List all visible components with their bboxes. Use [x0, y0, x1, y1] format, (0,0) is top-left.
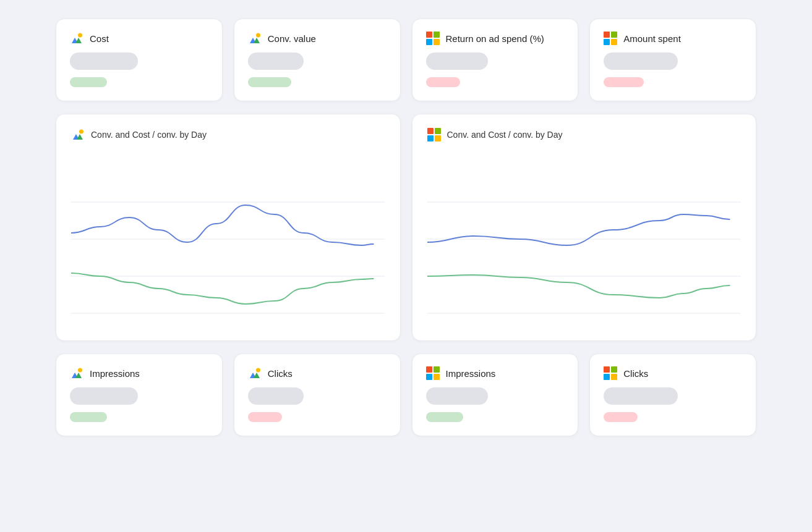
skeleton-change	[70, 412, 107, 422]
microsoft-icon	[604, 32, 617, 45]
metric-title: Amount spent	[623, 33, 681, 44]
chart-svg	[71, 153, 385, 326]
chart-card-chart-google: Conv. and Cost / conv. by Day	[56, 114, 401, 341]
microsoft-icon	[427, 128, 441, 141]
skeleton-change	[604, 412, 638, 422]
metric-header: Conv. value	[248, 32, 387, 45]
chart-svg	[427, 153, 741, 326]
chart-title: Conv. and Cost / conv. by Day	[447, 130, 563, 140]
metric-card-amount-spent: Amount spent	[589, 19, 756, 101]
google-ads-icon	[248, 366, 262, 380]
charts-row: Conv. and Cost / conv. by DayConv. and C…	[56, 114, 756, 341]
google-ads-icon	[248, 32, 262, 45]
metric-card-impressions-microsoft: Impressions	[412, 353, 579, 436]
google-ads-icon	[71, 128, 85, 141]
skeleton-change	[70, 77, 107, 87]
chart-card-chart-microsoft: Conv. and Cost / conv. by Day	[412, 114, 757, 341]
skeleton-change	[604, 77, 644, 87]
metric-title: Impressions	[90, 368, 140, 379]
main-container: CostConv. valueReturn on ad spend (%)Amo…	[0, 0, 812, 455]
metric-header: Cost	[70, 32, 208, 45]
metric-card-impressions-google: Impressions	[56, 353, 223, 436]
skeleton-value	[604, 53, 678, 70]
microsoft-icon	[426, 366, 440, 380]
svg-point-19	[78, 368, 82, 373]
skeleton-value	[70, 53, 138, 70]
metric-card-conv-value: Conv. value	[234, 19, 401, 101]
top-metrics-row: CostConv. valueReturn on ad spend (%)Amo…	[56, 19, 756, 101]
metric-card-cost: Cost	[56, 19, 223, 101]
microsoft-icon	[426, 32, 440, 45]
metric-header: Impressions	[426, 366, 565, 380]
skeleton-value	[426, 387, 488, 405]
chart-header: Conv. and Cost / conv. by Day	[71, 128, 385, 141]
microsoft-icon	[604, 366, 617, 380]
metric-title: Conv. value	[268, 33, 316, 44]
metric-title: Clicks	[268, 368, 293, 379]
metric-header: Clicks	[248, 366, 387, 380]
skeleton-change	[426, 77, 460, 87]
skeleton-change	[426, 412, 463, 422]
metric-header: Clicks	[604, 366, 742, 380]
metric-card-clicks-microsoft: Clicks	[589, 353, 756, 436]
skeleton-change	[248, 412, 282, 422]
google-ads-icon	[70, 32, 83, 45]
skeleton-value	[604, 387, 678, 405]
chart-title: Conv. and Cost / conv. by Day	[91, 130, 207, 140]
metric-header: Impressions	[70, 366, 208, 380]
metric-title: Impressions	[446, 368, 496, 379]
svg-point-22	[256, 368, 260, 373]
metric-card-clicks-google: Clicks	[234, 353, 401, 436]
metric-title: Cost	[90, 33, 109, 44]
metric-title: Return on ad spend (%)	[446, 33, 544, 44]
svg-point-2	[78, 33, 82, 38]
bottom-metrics-row: ImpressionsClicksImpressionsClicks	[56, 353, 756, 436]
metric-header: Return on ad spend (%)	[426, 32, 565, 45]
skeleton-value	[70, 387, 138, 405]
metric-title: Clicks	[623, 368, 648, 379]
svg-point-8	[79, 130, 83, 134]
google-ads-icon	[70, 366, 83, 380]
skeleton-value	[248, 53, 304, 70]
skeleton-value	[248, 387, 304, 405]
svg-point-5	[256, 33, 260, 38]
skeleton-value	[426, 53, 488, 70]
metric-header: Amount spent	[604, 32, 742, 45]
skeleton-change	[248, 77, 291, 87]
metric-card-return-on-ad-spend: Return on ad spend (%)	[412, 19, 579, 101]
chart-header: Conv. and Cost / conv. by Day	[427, 128, 741, 141]
